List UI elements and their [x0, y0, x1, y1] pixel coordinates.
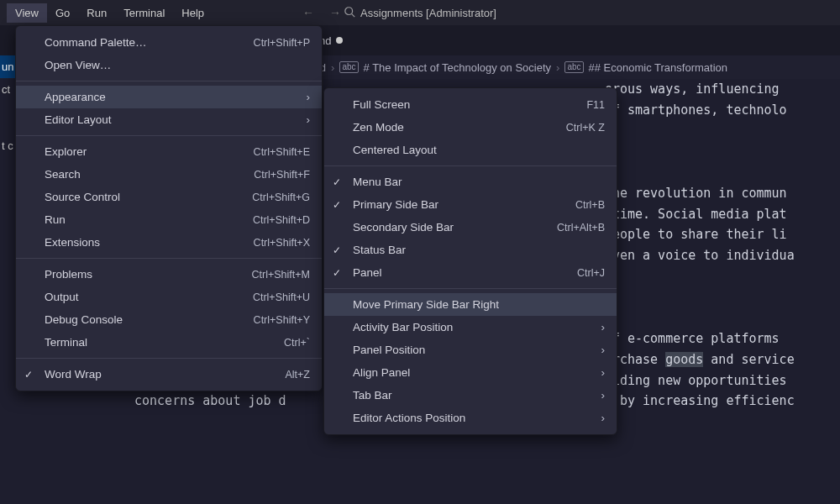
menu-search[interactable]: SearchCtrl+Shift+F: [16, 163, 322, 186]
menu-problems[interactable]: ProblemsCtrl+Shift+M: [16, 263, 322, 286]
menu-go[interactable]: Go: [47, 3, 78, 23]
menu-primary-side-bar[interactable]: ✓Primary Side BarCtrl+B: [324, 193, 617, 216]
menu-terminal[interactable]: Terminal: [115, 3, 173, 23]
chevron-right-icon: ›: [601, 366, 606, 379]
menu-source-control[interactable]: Source ControlCtrl+Shift+G: [16, 186, 322, 208]
menu-appearance[interactable]: Appearance›: [16, 86, 322, 108]
breadcrumb-h2[interactable]: ## Economic Transformation: [589, 61, 727, 74]
check-icon: ✓: [24, 369, 33, 381]
menu-move-primary-right[interactable]: Move Primary Side Bar Right: [324, 293, 617, 316]
heading-icon: abc: [564, 61, 583, 73]
menu-command-palette[interactable]: Command Palette…Ctrl+Shift+P: [16, 31, 322, 54]
chevron-right-icon: ›: [601, 321, 606, 333]
menu-open-view[interactable]: Open View…: [16, 54, 322, 76]
check-icon: ✓: [333, 176, 341, 188]
search-icon: [344, 6, 355, 20]
menu-explorer[interactable]: ExplorerCtrl+Shift+E: [16, 140, 322, 163]
menu-align-panel[interactable]: Align Panel›: [324, 361, 617, 384]
sidebar-item[interactable]: un: [0, 55, 17, 78]
check-icon: ✓: [333, 267, 341, 279]
nav-back-icon[interactable]: ←: [302, 6, 314, 19]
chevron-right-icon: ›: [601, 389, 606, 402]
sidebar-fragment: un ct t c: [0, 55, 17, 157]
window-title: Assignments [Administrator]: [360, 7, 496, 19]
menu-secondary-side-bar[interactable]: Secondary Side BarCtrl+Alt+B: [324, 216, 617, 239]
sidebar-item[interactable]: t c: [0, 134, 17, 157]
chevron-right-icon: ›: [307, 113, 311, 126]
menu-extensions[interactable]: ExtensionsCtrl+Shift+X: [16, 231, 322, 254]
sidebar-item[interactable]: ct: [0, 78, 17, 101]
menu-tab-bar[interactable]: Tab Bar›: [324, 384, 617, 407]
menu-full-screen[interactable]: Full ScreenF11: [324, 93, 617, 116]
menu-help[interactable]: Help: [173, 3, 213, 23]
breadcrumb-h1[interactable]: # The Impact of Technology on Society: [364, 61, 552, 74]
appearance-submenu: Full ScreenF11 Zen ModeCtrl+K Z Centered…: [323, 87, 617, 435]
svg-line-1: [352, 13, 355, 17]
chevron-right-icon: ›: [601, 344, 606, 356]
menu-panel[interactable]: ✓PanelCtrl+J: [324, 261, 617, 284]
menu-run[interactable]: Run: [78, 3, 115, 23]
chevron-right-icon: ›: [556, 61, 559, 74]
svg-point-0: [345, 7, 353, 14]
menu-debug-console[interactable]: Debug ConsoleCtrl+Shift+Y: [16, 308, 322, 331]
menubar: View Go Run Terminal Help ← → Assignment…: [0, 0, 840, 25]
heading-icon: abc: [339, 61, 358, 73]
nav-forward-icon[interactable]: →: [329, 6, 341, 19]
menu-zen-mode[interactable]: Zen ModeCtrl+K Z: [324, 116, 617, 139]
tab-dirty-icon: [336, 37, 343, 44]
menu-centered-layout[interactable]: Centered Layout: [324, 139, 617, 161]
menu-view[interactable]: View: [7, 3, 47, 23]
menu-status-bar[interactable]: ✓Status Bar: [324, 239, 617, 261]
menu-menu-bar[interactable]: ✓Menu Bar: [324, 171, 617, 193]
menu-editor-layout[interactable]: Editor Layout›: [16, 108, 322, 131]
chevron-right-icon: ›: [331, 61, 334, 74]
check-icon: ✓: [333, 244, 341, 256]
chevron-right-icon: ›: [601, 412, 606, 424]
menu-panel-position[interactable]: Panel Position›: [324, 339, 617, 361]
menu-output[interactable]: OutputCtrl+Shift+U: [16, 286, 322, 308]
chevron-right-icon: ›: [307, 91, 311, 103]
menu-editor-actions-position[interactable]: Editor Actions Position›: [324, 407, 617, 429]
command-center[interactable]: Assignments [Administrator]: [344, 6, 496, 20]
menu-terminal-view[interactable]: TerminalCtrl+`: [16, 331, 322, 354]
menu-run-view[interactable]: RunCtrl+Shift+D: [16, 208, 322, 231]
check-icon: ✓: [333, 199, 341, 211]
menu-word-wrap[interactable]: ✓Word WrapAlt+Z: [16, 363, 322, 386]
view-menu-dropdown: Command Palette…Ctrl+Shift+P Open View… …: [15, 25, 323, 391]
menu-activity-bar-position[interactable]: Activity Bar Position›: [324, 316, 617, 339]
